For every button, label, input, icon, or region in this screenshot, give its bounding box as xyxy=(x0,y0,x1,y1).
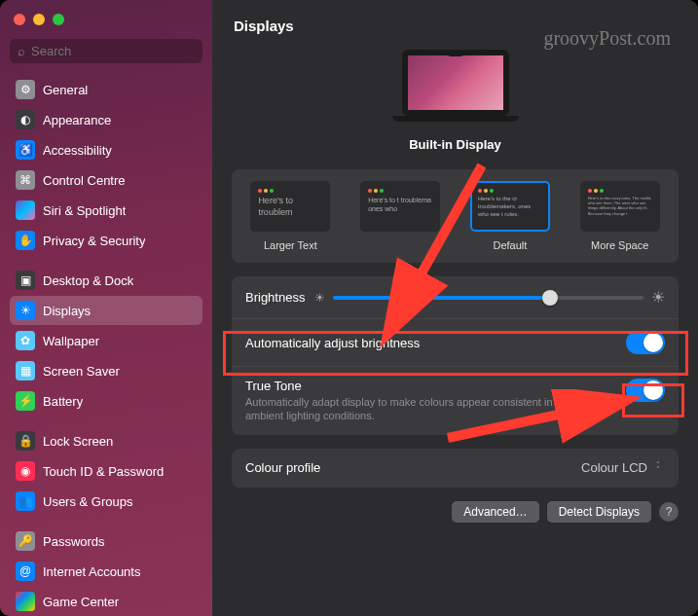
footer-buttons: Advanced… Detect Displays ? xyxy=(232,501,679,523)
auto-brightness-toggle[interactable] xyxy=(626,331,665,354)
at-icon: @ xyxy=(16,562,35,581)
help-button[interactable]: ? xyxy=(659,502,679,522)
accessibility-icon: ♿ xyxy=(16,140,35,160)
device-preview: Built-in Display xyxy=(232,50,679,152)
auto-brightness-label: Automatically adjust brightness xyxy=(245,336,420,350)
key-icon: 🔑 xyxy=(16,531,35,551)
sidebar-item-label: Siri & Spotlight xyxy=(43,203,126,218)
macbook-icon xyxy=(392,50,519,127)
colour-profile-label: Colour profile xyxy=(245,460,320,475)
scale-label: More Space xyxy=(569,239,671,251)
brightness-slider[interactable] xyxy=(333,296,643,300)
scale-option-mid[interactable]: Here's to t troublema ones who xyxy=(349,181,452,251)
gamecenter-icon xyxy=(16,592,35,611)
sidebar-item-label: Screen Saver xyxy=(43,364,120,379)
search-field[interactable]: ⌕ xyxy=(10,39,202,63)
sidebar-item-screensaver[interactable]: ▦Screen Saver xyxy=(10,356,202,385)
sidebar-item-desktop-dock[interactable]: ▣Desktop & Dock xyxy=(10,266,202,295)
header: Displays xyxy=(212,0,698,44)
sun-large-icon: ☀ xyxy=(651,288,665,307)
colour-profile-value[interactable]: Colour LCD˄˅ xyxy=(581,460,665,476)
main-content: Displays Built-in Display Here's to trou… xyxy=(212,0,698,616)
window-controls xyxy=(10,12,202,39)
sidebar-item-label: Displays xyxy=(43,304,91,318)
sidebar-item-label: Accessibility xyxy=(43,143,112,158)
sidebar-item-label: Control Centre xyxy=(43,173,126,188)
detect-displays-button[interactable]: Detect Displays xyxy=(547,501,651,523)
brightness-row: Brightness ☀ ☀ xyxy=(232,276,679,318)
close-button[interactable] xyxy=(14,14,25,25)
slider-thumb[interactable] xyxy=(542,290,558,306)
truetone-toggle[interactable] xyxy=(626,379,665,402)
maximize-button[interactable] xyxy=(53,14,64,25)
sidebar-item-siri[interactable]: Siri & Spotlight xyxy=(10,196,202,225)
system-settings-window: ⌕ ⚙General ◐Appearance ♿Accessibility ⌘C… xyxy=(0,0,698,616)
chevron-updown-icon: ˄˅ xyxy=(651,460,665,476)
scale-option-default[interactable]: Here's to the cr troublemakers, ones who… xyxy=(459,181,562,251)
scale-option-larger[interactable]: Here's to troublem Larger Text xyxy=(239,181,342,251)
sidebar-item-label: Game Center xyxy=(43,595,119,609)
wallpaper-icon: ✿ xyxy=(16,331,35,350)
appearance-icon: ◐ xyxy=(16,110,35,129)
auto-brightness-row: Automatically adjust brightness xyxy=(232,318,679,366)
sidebar-item-control-centre[interactable]: ⌘Control Centre xyxy=(10,165,202,195)
sidebar-item-label: Wallpaper xyxy=(43,334,99,348)
sidebar-item-label: Lock Screen xyxy=(43,434,113,449)
sidebar-item-label: Internet Accounts xyxy=(43,564,140,579)
sidebar-item-label: Privacy & Security xyxy=(43,234,145,248)
hand-icon: ✋ xyxy=(16,231,35,250)
sidebar-item-touchid[interactable]: ◉Touch ID & Password xyxy=(10,456,202,486)
sidebar-item-label: Battery xyxy=(43,394,83,409)
control-centre-icon: ⌘ xyxy=(16,170,35,190)
truetone-label: True Tone xyxy=(245,379,616,393)
brightness-panel: Brightness ☀ ☀ Automatically adjust brig… xyxy=(232,276,679,435)
sidebar-item-privacy[interactable]: ✋Privacy & Security xyxy=(10,226,202,255)
sidebar-item-general[interactable]: ⚙General xyxy=(10,75,202,104)
sidebar-item-internet[interactable]: @Internet Accounts xyxy=(10,557,202,586)
sidebar-item-wallpaper[interactable]: ✿Wallpaper xyxy=(10,326,202,355)
sidebar-item-label: General xyxy=(43,83,88,97)
scale-option-morespace[interactable]: Here's to this crazy ones. The misfits w… xyxy=(569,181,671,251)
truetone-description: Automatically adapt display to make colo… xyxy=(245,395,616,423)
scale-label: Larger Text xyxy=(239,239,342,251)
resolution-panel: Here's to troublem Larger Text Here's to… xyxy=(232,169,679,263)
colour-profile-row[interactable]: Colour profile Colour LCD˄˅ xyxy=(232,449,679,488)
sidebar: ⌕ ⚙General ◐Appearance ♿Accessibility ⌘C… xyxy=(0,0,212,616)
sidebar-item-label: Desktop & Dock xyxy=(43,273,133,288)
fingerprint-icon: ◉ xyxy=(16,461,35,481)
sidebar-item-label: Passwords xyxy=(43,534,105,549)
screensaver-icon: ▦ xyxy=(16,361,35,380)
sidebar-item-gamecenter[interactable]: Game Center xyxy=(10,587,202,616)
brightness-slider-wrap: ☀ ☀ xyxy=(314,288,665,307)
advanced-button[interactable]: Advanced… xyxy=(452,501,538,523)
sidebar-item-appearance[interactable]: ◐Appearance xyxy=(10,105,202,134)
dock-icon: ▣ xyxy=(16,271,35,290)
displays-icon: ☀ xyxy=(16,301,35,320)
colour-profile-panel: Colour profile Colour LCD˄˅ xyxy=(232,449,679,488)
sidebar-item-label: Appearance xyxy=(43,113,111,127)
search-icon: ⌕ xyxy=(18,44,25,58)
page-title: Displays xyxy=(234,18,677,34)
sidebar-item-battery[interactable]: ⚡Battery xyxy=(10,386,202,416)
battery-icon: ⚡ xyxy=(16,391,35,411)
device-name: Built-in Display xyxy=(232,137,679,152)
truetone-row: True Tone Automatically adapt display to… xyxy=(232,366,679,435)
sidebar-item-label: Touch ID & Password xyxy=(43,464,164,479)
search-input[interactable] xyxy=(31,44,195,58)
sidebar-item-users[interactable]: 👥Users & Groups xyxy=(10,487,202,516)
scale-label: Default xyxy=(459,239,562,251)
users-icon: 👥 xyxy=(16,491,35,511)
sidebar-item-passwords[interactable]: 🔑Passwords xyxy=(10,526,202,556)
gear-icon: ⚙ xyxy=(16,80,35,99)
minimize-button[interactable] xyxy=(33,14,45,25)
sun-small-icon: ☀ xyxy=(314,291,325,305)
sidebar-item-accessibility[interactable]: ♿Accessibility xyxy=(10,135,202,164)
sidebar-item-lock-screen[interactable]: 🔒Lock Screen xyxy=(10,426,202,455)
brightness-label: Brightness xyxy=(245,290,305,305)
sidebar-item-displays[interactable]: ☀Displays xyxy=(10,296,202,325)
sidebar-item-label: Users & Groups xyxy=(43,494,132,509)
lock-icon: 🔒 xyxy=(16,431,35,451)
siri-icon xyxy=(16,200,35,220)
